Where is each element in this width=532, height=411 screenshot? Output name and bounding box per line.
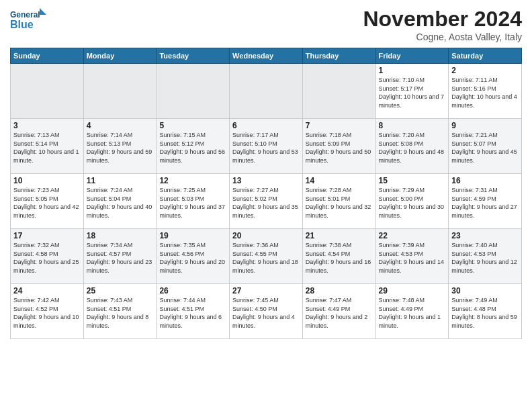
week-row-2: 10Sunrise: 7:23 AM Sunset: 5:05 PM Dayli… — [11, 174, 522, 229]
week-row-4: 24Sunrise: 7:42 AM Sunset: 4:52 PM Dayli… — [11, 284, 522, 339]
week-row-3: 17Sunrise: 7:32 AM Sunset: 4:58 PM Dayli… — [11, 229, 522, 284]
day-number: 6 — [232, 121, 300, 130]
title-block: November 2024 Cogne, Aosta Valley, Italy — [363, 7, 522, 42]
day-number: 21 — [306, 231, 373, 240]
day-number: 25 — [87, 286, 154, 295]
cell-4-4: 28Sunrise: 7:47 AM Sunset: 4:49 PM Dayli… — [302, 284, 375, 339]
day-number: 3 — [13, 121, 81, 130]
logo-svg: General Blue — [10, 7, 47, 37]
day-number: 30 — [451, 286, 519, 295]
cell-2-5: 15Sunrise: 7:29 AM Sunset: 5:00 PM Dayli… — [375, 174, 449, 229]
day-number: 2 — [451, 66, 519, 75]
day-info: Sunrise: 7:17 AM Sunset: 5:10 PM Dayligh… — [232, 131, 300, 165]
cell-0-3 — [230, 64, 303, 119]
day-info: Sunrise: 7:28 AM Sunset: 5:01 PM Dayligh… — [306, 186, 373, 220]
day-number: 8 — [379, 121, 446, 130]
day-number: 4 — [87, 121, 154, 130]
day-info: Sunrise: 7:44 AM Sunset: 4:51 PM Dayligh… — [159, 296, 226, 330]
day-number: 9 — [451, 121, 519, 130]
cell-2-3: 13Sunrise: 7:27 AM Sunset: 5:02 PM Dayli… — [230, 174, 303, 229]
day-number: 28 — [306, 286, 373, 295]
day-info: Sunrise: 7:25 AM Sunset: 5:03 PM Dayligh… — [159, 186, 226, 220]
day-info: Sunrise: 7:24 AM Sunset: 5:04 PM Dayligh… — [87, 186, 154, 220]
cell-3-4: 21Sunrise: 7:38 AM Sunset: 4:54 PM Dayli… — [302, 229, 375, 284]
week-row-1: 3Sunrise: 7:13 AM Sunset: 5:14 PM Daylig… — [11, 119, 522, 174]
cell-3-1: 18Sunrise: 7:34 AM Sunset: 4:57 PM Dayli… — [83, 229, 157, 284]
cell-1-6: 9Sunrise: 7:21 AM Sunset: 5:07 PM Daylig… — [449, 119, 522, 174]
day-info: Sunrise: 7:15 AM Sunset: 5:12 PM Dayligh… — [159, 131, 226, 165]
cell-1-0: 3Sunrise: 7:13 AM Sunset: 5:14 PM Daylig… — [11, 119, 84, 174]
subtitle: Cogne, Aosta Valley, Italy — [363, 32, 522, 42]
cell-3-3: 20Sunrise: 7:36 AM Sunset: 4:55 PM Dayli… — [230, 229, 303, 284]
day-info: Sunrise: 7:38 AM Sunset: 4:54 PM Dayligh… — [306, 241, 373, 275]
day-number: 23 — [451, 231, 519, 240]
week-row-0: 1Sunrise: 7:10 AM Sunset: 5:17 PM Daylig… — [11, 64, 522, 119]
day-info: Sunrise: 7:32 AM Sunset: 4:58 PM Dayligh… — [13, 241, 81, 275]
cell-4-6: 30Sunrise: 7:49 AM Sunset: 4:48 PM Dayli… — [449, 284, 522, 339]
day-info: Sunrise: 7:45 AM Sunset: 4:50 PM Dayligh… — [232, 296, 300, 330]
day-number: 1 — [379, 66, 446, 75]
day-number: 12 — [159, 176, 226, 185]
day-info: Sunrise: 7:36 AM Sunset: 4:55 PM Dayligh… — [232, 241, 300, 275]
day-number: 14 — [306, 176, 373, 185]
day-info: Sunrise: 7:34 AM Sunset: 4:57 PM Dayligh… — [87, 241, 154, 275]
day-number: 7 — [306, 121, 373, 130]
day-info: Sunrise: 7:10 AM Sunset: 5:17 PM Dayligh… — [379, 76, 446, 109]
day-number: 10 — [13, 176, 81, 185]
cell-1-4: 7Sunrise: 7:18 AM Sunset: 5:09 PM Daylig… — [302, 119, 375, 174]
cell-2-1: 11Sunrise: 7:24 AM Sunset: 5:04 PM Dayli… — [83, 174, 157, 229]
header-row: Sunday Monday Tuesday Wednesday Thursday… — [11, 48, 522, 64]
cell-2-2: 12Sunrise: 7:25 AM Sunset: 5:03 PM Dayli… — [157, 174, 230, 229]
col-thursday: Thursday — [302, 48, 375, 64]
day-info: Sunrise: 7:35 AM Sunset: 4:56 PM Dayligh… — [159, 241, 226, 275]
page: General Blue November 2024 Cogne, Aosta … — [0, 0, 532, 411]
day-info: Sunrise: 7:43 AM Sunset: 4:51 PM Dayligh… — [87, 296, 154, 330]
calendar-table: Sunday Monday Tuesday Wednesday Thursday… — [10, 48, 522, 339]
svg-marker-2 — [40, 8, 46, 15]
cell-0-5: 1Sunrise: 7:10 AM Sunset: 5:17 PM Daylig… — [375, 64, 449, 119]
day-info: Sunrise: 7:20 AM Sunset: 5:08 PM Dayligh… — [379, 131, 446, 165]
logo: General Blue — [10, 7, 47, 37]
svg-text:General: General — [10, 10, 40, 19]
day-number: 22 — [379, 231, 446, 240]
col-tuesday: Tuesday — [157, 48, 230, 64]
col-sunday: Sunday — [11, 48, 84, 64]
cell-3-5: 22Sunrise: 7:39 AM Sunset: 4:53 PM Dayli… — [375, 229, 449, 284]
day-number: 13 — [232, 176, 300, 185]
col-friday: Friday — [375, 48, 449, 64]
cell-1-2: 5Sunrise: 7:15 AM Sunset: 5:12 PM Daylig… — [157, 119, 230, 174]
col-wednesday: Wednesday — [230, 48, 303, 64]
day-number: 5 — [159, 121, 226, 130]
month-title: November 2024 — [363, 7, 522, 32]
cell-1-1: 4Sunrise: 7:14 AM Sunset: 5:13 PM Daylig… — [83, 119, 157, 174]
svg-text:Blue: Blue — [10, 19, 34, 30]
day-number: 11 — [87, 176, 154, 185]
day-info: Sunrise: 7:11 AM Sunset: 5:16 PM Dayligh… — [451, 76, 519, 109]
cell-3-0: 17Sunrise: 7:32 AM Sunset: 4:58 PM Dayli… — [11, 229, 84, 284]
day-number: 29 — [379, 286, 446, 295]
cell-3-2: 19Sunrise: 7:35 AM Sunset: 4:56 PM Dayli… — [157, 229, 230, 284]
cell-0-4 — [302, 64, 375, 119]
day-info: Sunrise: 7:14 AM Sunset: 5:13 PM Dayligh… — [87, 131, 154, 165]
day-info: Sunrise: 7:29 AM Sunset: 5:00 PM Dayligh… — [379, 186, 446, 220]
header: General Blue November 2024 Cogne, Aosta … — [10, 7, 522, 42]
col-saturday: Saturday — [449, 48, 522, 64]
cell-4-5: 29Sunrise: 7:48 AM Sunset: 4:49 PM Dayli… — [375, 284, 449, 339]
cell-4-3: 27Sunrise: 7:45 AM Sunset: 4:50 PM Dayli… — [230, 284, 303, 339]
cell-4-1: 25Sunrise: 7:43 AM Sunset: 4:51 PM Dayli… — [83, 284, 157, 339]
cell-3-6: 23Sunrise: 7:40 AM Sunset: 4:53 PM Dayli… — [449, 229, 522, 284]
col-monday: Monday — [83, 48, 157, 64]
day-info: Sunrise: 7:18 AM Sunset: 5:09 PM Dayligh… — [306, 131, 373, 165]
day-info: Sunrise: 7:49 AM Sunset: 4:48 PM Dayligh… — [451, 296, 519, 330]
cell-1-5: 8Sunrise: 7:20 AM Sunset: 5:08 PM Daylig… — [375, 119, 449, 174]
cell-2-6: 16Sunrise: 7:31 AM Sunset: 4:59 PM Dayli… — [449, 174, 522, 229]
cell-1-3: 6Sunrise: 7:17 AM Sunset: 5:10 PM Daylig… — [230, 119, 303, 174]
day-number: 26 — [159, 286, 226, 295]
day-number: 24 — [13, 286, 81, 295]
day-number: 20 — [232, 231, 300, 240]
day-number: 17 — [13, 231, 81, 240]
cell-2-4: 14Sunrise: 7:28 AM Sunset: 5:01 PM Dayli… — [302, 174, 375, 229]
day-number: 15 — [379, 176, 446, 185]
day-number: 19 — [159, 231, 226, 240]
day-info: Sunrise: 7:23 AM Sunset: 5:05 PM Dayligh… — [13, 186, 81, 220]
